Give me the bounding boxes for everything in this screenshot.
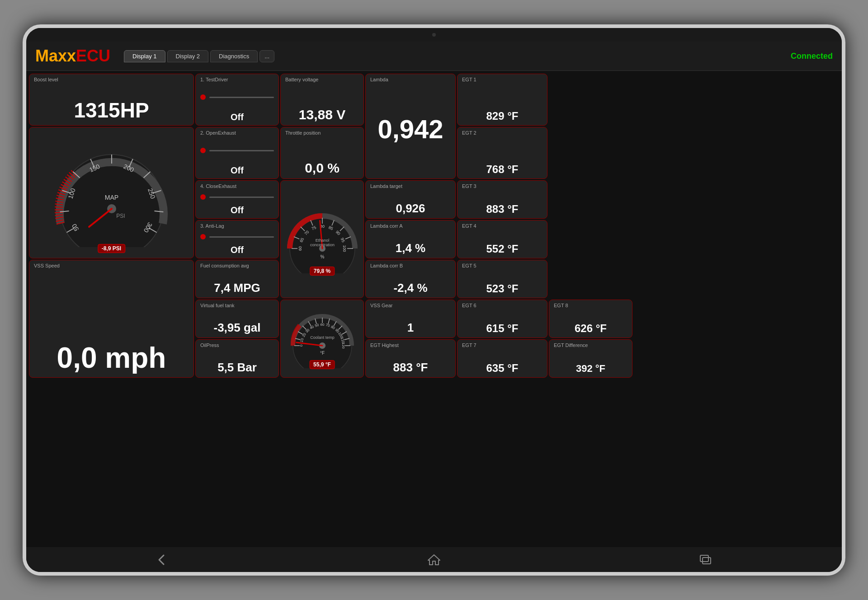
egt1-label: EGT 1 — [462, 77, 542, 82]
egt1-card: EGT 1 829 °F — [457, 74, 547, 126]
ethanol-gauge-card: 60 65 70 75 80 85 90 95 100 — [280, 180, 364, 298]
camera-bar — [26, 28, 842, 42]
fuel-avg-card: Fuel consumption avg 7,4 MPG — [195, 260, 279, 298]
back-icon — [156, 553, 169, 567]
lambda-value: 0,942 — [370, 114, 451, 144]
egt1-value: 829 °F — [462, 110, 542, 122]
lambda-target-card: Lambda target 0,926 — [365, 180, 456, 219]
battery-value: 13,88 V — [285, 107, 359, 122]
tablet-device: MaxxECU Display 1 Display 2 Diagnostics … — [23, 24, 845, 576]
testdriver-value: Off — [200, 112, 274, 122]
egt6-value: 615 °F — [462, 322, 542, 335]
svg-text:0: 0 — [299, 344, 303, 347]
egt8-card: EGT 8 626 °F — [549, 300, 632, 338]
egt5-label: EGT 5 — [462, 263, 542, 268]
egt-highest-value: 883 °F — [370, 361, 451, 375]
egt7-value: 635 °F — [462, 362, 542, 375]
open-exhaust-dot — [200, 148, 206, 153]
oil-press-value: 5,5 Bar — [200, 361, 274, 375]
egt6-label: EGT 6 — [462, 303, 542, 308]
svg-text:concentration: concentration — [310, 243, 334, 247]
egt4-label: EGT 4 — [462, 223, 542, 229]
egt7-label: EGT 7 — [462, 342, 542, 348]
boost-label: Boost level — [34, 77, 189, 82]
tab-more[interactable]: ... — [259, 50, 274, 62]
egt5-card: EGT 5 523 °F — [457, 260, 547, 298]
lambda-corrb-value: -2,4 % — [370, 281, 451, 295]
egt2-card: EGT 2 768 °F — [457, 127, 547, 179]
oil-press-label: OilPress — [200, 342, 274, 348]
back-button[interactable] — [153, 551, 171, 569]
home-button[interactable] — [425, 551, 443, 569]
anti-lag-card: 3. Anti-Lag Off — [195, 220, 279, 258]
svg-text:120: 120 — [341, 342, 345, 349]
vss-gear-label: VSS Gear — [370, 303, 451, 308]
vss-speed-card: VSS Speed 0,0 mph — [29, 260, 194, 378]
throttle-label: Throttle position — [285, 130, 359, 136]
egt5-value: 523 °F — [462, 282, 542, 295]
ethanol-gauge-svg: 60 65 70 75 80 85 90 95 100 — [284, 206, 361, 273]
lambda-corra-value: 1,4 % — [370, 241, 451, 255]
tab-display2[interactable]: Display 2 — [167, 50, 208, 62]
egt7-card: EGT 7 635 °F — [457, 339, 547, 378]
map-gauge-svg: 50 100 150 200 250 300 MAP PSI — [44, 139, 179, 247]
open-exhaust-card: 2. OpenExhaust Off — [195, 127, 279, 179]
map-gauge-card: 50 100 150 200 250 300 MAP PSI — [29, 127, 194, 258]
testdriver-label: 1. TestDriver — [200, 77, 274, 82]
lambda-corrb-card: Lambda corr B -2,4 % — [365, 260, 456, 298]
top-bar: MaxxECU Display 1 Display 2 Diagnostics … — [26, 42, 842, 71]
ethanol-badge: 79,8 % — [310, 267, 335, 276]
svg-marker-77 — [428, 555, 440, 565]
egt4-card: EGT 4 552 °F — [457, 220, 547, 258]
testdriver-switch-row — [200, 94, 274, 100]
close-exhaust-label: 4. CloseExhaust — [200, 183, 274, 189]
oil-press-card: OilPress 5,5 Bar — [195, 339, 279, 378]
egt8-value: 626 °F — [554, 322, 627, 335]
open-exhaust-line — [209, 150, 274, 151]
tab-display1[interactable]: Display 1 — [124, 50, 165, 62]
app-area: MaxxECU Display 1 Display 2 Diagnostics … — [26, 42, 842, 572]
testdriver-dot — [200, 94, 206, 100]
egt3-label: EGT 3 — [462, 183, 542, 189]
egt4-value: 552 °F — [462, 243, 542, 255]
recent-apps-icon — [699, 553, 712, 567]
open-exhaust-switch-row — [200, 148, 274, 153]
recent-apps-button[interactable] — [697, 551, 715, 569]
fuel-tank-card: Virtual fuel tank -3,95 gal — [195, 300, 279, 338]
svg-text:°F: °F — [320, 351, 324, 356]
battery-label: Battery voltage — [285, 77, 359, 82]
lambda-target-label: Lambda target — [370, 183, 451, 189]
lambda-label: Lambda — [370, 77, 451, 82]
open-exhaust-value: Off — [200, 165, 274, 176]
home-icon — [427, 553, 441, 567]
battery-card: Battery voltage 13,88 V — [280, 74, 364, 126]
throttle-card: Throttle position 0,0 % — [280, 127, 364, 179]
testdriver-card: 1. TestDriver Off — [195, 74, 279, 126]
tab-diagnostics[interactable]: Diagnostics — [210, 50, 258, 62]
svg-text:60: 60 — [298, 246, 302, 250]
egt3-value: 883 °F — [462, 203, 542, 216]
app-logo: MaxxECU — [35, 47, 110, 66]
fuel-tank-label: Virtual fuel tank — [200, 303, 274, 308]
navigation-bar — [26, 547, 842, 572]
svg-text:Ethanol: Ethanol — [315, 238, 329, 243]
vss-speed-label: VSS Speed — [34, 263, 189, 268]
lambda-card: Lambda 0,942 — [365, 74, 456, 179]
boost-value: 1315HP — [34, 98, 189, 122]
svg-text:60: 60 — [320, 323, 324, 327]
svg-text:Coolant temp: Coolant temp — [310, 335, 335, 340]
svg-text:100: 100 — [342, 245, 347, 252]
close-exhaust-value: Off — [200, 205, 274, 216]
lambda-corra-label: Lambda corr A — [370, 223, 451, 229]
egt3-card: EGT 3 883 °F — [457, 180, 547, 219]
svg-rect-79 — [703, 558, 711, 564]
coolant-gauge-container: 0 10 20 30 40 50 60 70 80 90 100 110 120 — [284, 309, 361, 368]
testdriver-line — [209, 97, 274, 98]
camera-dot — [432, 33, 436, 37]
map-badge: -8,9 PSI — [98, 244, 125, 253]
tab-bar: Display 1 Display 2 Diagnostics ... — [124, 50, 791, 62]
boost-card: Boost level 1315HP — [29, 74, 194, 126]
lambda-target-value: 0,926 — [370, 202, 451, 216]
connection-status: Connected — [791, 52, 833, 61]
anti-lag-switch-row — [200, 234, 274, 239]
